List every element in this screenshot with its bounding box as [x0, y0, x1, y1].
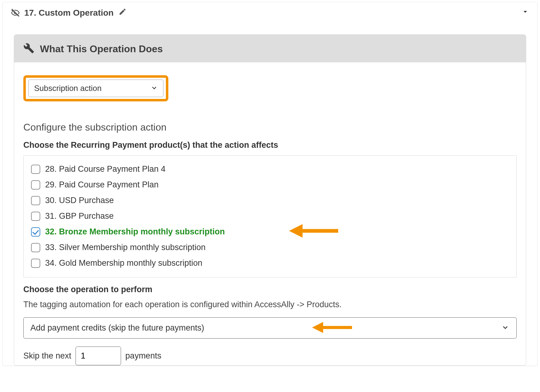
product-row: 33. Silver Membership monthly subscripti… — [31, 240, 509, 255]
svg-marker-1 — [289, 224, 303, 237]
panel-body: Subscription action Configure the subscr… — [14, 62, 526, 365]
product-row: 34. Gold Membership monthly subscription — [31, 255, 509, 271]
product-checkbox[interactable] — [31, 212, 40, 221]
product-checkbox[interactable] — [31, 243, 40, 252]
product-row: 28. Paid Course Payment Plan 4 — [31, 161, 509, 177]
helper-text: The tagging automation for each operatio… — [23, 300, 517, 309]
operation-select-wrap: Add payment credits (skip the future pay… — [23, 317, 517, 339]
product-checkbox[interactable] — [31, 227, 40, 237]
visibility-off-icon — [11, 8, 20, 18]
wrench-icon — [23, 43, 34, 55]
operation-card: 17. Custom Operation What This Operation… — [2, 2, 538, 366]
product-checkbox[interactable] — [31, 180, 40, 190]
action-select-wrap: Subscription action — [28, 80, 163, 97]
card-title: 17. Custom Operation — [24, 8, 114, 18]
operation-select[interactable]: Add payment credits (skip the future pay… — [23, 317, 517, 339]
product-label: 32. Bronze Membership monthly subscripti… — [45, 227, 225, 237]
product-label: 34. Gold Membership monthly subscription — [45, 258, 202, 268]
product-row: 31. GBP Purchase — [31, 208, 509, 224]
arrow-annotation-icon — [289, 222, 338, 241]
action-select[interactable]: Subscription action — [28, 80, 163, 97]
section-title: Configure the subscription action — [23, 122, 517, 133]
product-label: 33. Silver Membership monthly subscripti… — [45, 243, 205, 252]
skip-row: Skip the next payments — [23, 347, 517, 365]
product-label: 28. Paid Course Payment Plan 4 — [45, 164, 166, 174]
product-label: 30. USD Purchase — [45, 196, 114, 205]
product-row: 29. Paid Course Payment Plan — [31, 177, 509, 193]
action-select-highlight: Subscription action — [23, 75, 168, 101]
skip-count-input[interactable] — [76, 347, 121, 365]
edit-icon[interactable] — [119, 8, 127, 18]
operation-subhead: Choose the operation to perform — [23, 285, 517, 294]
product-checkbox[interactable] — [31, 259, 40, 268]
product-checkbox[interactable] — [31, 165, 40, 174]
card-header: 17. Custom Operation — [3, 2, 537, 23]
collapse-toggle-icon[interactable] — [521, 8, 529, 18]
product-row: 30. USD Purchase — [31, 193, 509, 208]
product-checkbox[interactable] — [31, 196, 40, 205]
product-list: 28. Paid Course Payment Plan 429. Paid C… — [23, 155, 517, 277]
panel-title: What This Operation Does — [40, 43, 163, 55]
product-subhead: Choose the Recurring Payment product(s) … — [23, 140, 517, 150]
skip-suffix: payments — [125, 351, 161, 361]
product-row: 32. Bronze Membership monthly subscripti… — [31, 224, 509, 240]
product-label: 29. Paid Course Payment Plan — [45, 180, 158, 190]
product-label: 31. GBP Purchase — [45, 211, 114, 221]
skip-prefix: Skip the next — [23, 351, 71, 361]
panel-header: What This Operation Does — [14, 35, 526, 62]
operation-panel: What This Operation Does Subscription ac… — [14, 34, 526, 366]
